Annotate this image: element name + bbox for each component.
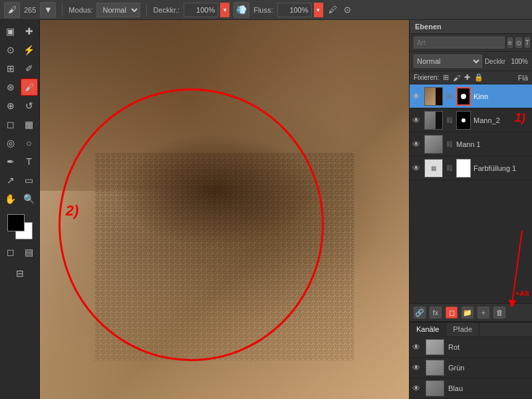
move-tool[interactable]: ✚ — [21, 23, 38, 40]
tool-row-5: ⊕ ↺ — [2, 97, 38, 114]
opacity-label: Deckkr — [485, 58, 505, 65]
layer-chain-farbfuellung: ⛓ — [446, 164, 453, 172]
layer-visibility-mann2[interactable]: 👁 — [412, 116, 422, 125]
channel-name-gruen: Grün — [448, 364, 464, 372]
fix-brush-icon[interactable]: 🖌 — [453, 74, 460, 82]
layer-visibility-mann1[interactable]: 👁 — [412, 140, 422, 149]
flaeche-label: Flä — [518, 74, 528, 82]
fluss-dropdown-btn[interactable]: ▾ — [314, 3, 323, 17]
crop-tool[interactable]: ⊞ — [2, 60, 19, 77]
blend-mode-select[interactable]: Normal — [414, 55, 482, 68]
screen-mode-btn[interactable]: ⊟ — [11, 265, 29, 282]
airbrush-icon[interactable]: 💨 — [233, 2, 249, 18]
channel-item-rot[interactable]: 👁 Rot — [410, 337, 532, 358]
blur-tool[interactable]: ◎ — [2, 134, 19, 152]
blend-mode-row: Normal Deckkr 100% — [410, 52, 532, 71]
channel-visibility-blau[interactable]: 👁 — [412, 384, 422, 393]
canvas-area[interactable]: 2) — [40, 20, 409, 399]
paths-tab[interactable]: Pfade — [446, 323, 479, 336]
channel-item-gruen[interactable]: 👁 Grün — [410, 358, 532, 378]
dodge-tool[interactable]: ○ — [21, 134, 38, 152]
tool-row-6: ◻ ▦ — [2, 116, 38, 133]
fluss-input[interactable] — [277, 3, 312, 17]
layers-panel-title: Ebenen — [415, 23, 442, 31]
delete-layer-btn[interactable]: 🗑 — [493, 307, 505, 319]
modus-select[interactable]: Normal — [96, 3, 140, 17]
path-selection-tool[interactable]: ↗ — [2, 172, 19, 189]
channels-section: Kanäle Pfade 👁 Rot 👁 Grün 👁 Blau — [410, 321, 532, 399]
quickmask-mode-btn[interactable]: ▤ — [21, 243, 38, 261]
zoom-tool[interactable]: 🔍 — [21, 190, 38, 207]
eyedropper-tool[interactable]: ✐ — [21, 60, 38, 77]
mask-mode-row: ◻ ▤ — [2, 243, 38, 261]
add-mask-btn[interactable]: ◻ — [446, 307, 458, 319]
layer-item-mann1[interactable]: 👁 ⛓ Mann 1 — [410, 132, 532, 156]
type-tool[interactable]: T — [21, 153, 38, 170]
layer-visibility-farbfuellung[interactable]: 👁 — [412, 164, 422, 173]
layers-type-icon[interactable]: T — [525, 37, 530, 48]
standard-mode-btn[interactable]: ◻ — [2, 243, 19, 261]
layers-panel-header: Ebenen — [410, 20, 532, 34]
layers-search-input[interactable] — [414, 37, 505, 49]
deckkr-group: ▾ — [184, 3, 229, 17]
layer-item-farbfuellung[interactable]: 👁 ▦ ⛓ Farbfüllung 1 — [410, 156, 532, 180]
shape-tool[interactable]: ▭ — [21, 172, 38, 189]
layer-name-mann2: Mann_2 — [473, 116, 529, 124]
layers-filter-icon[interactable]: ≡ — [507, 37, 513, 48]
fix-lock-icon[interactable]: 🔒 — [474, 73, 483, 82]
layer-chain-kinn: ⛓ — [446, 92, 453, 100]
layer-visibility-kinn[interactable]: 👁 — [412, 92, 422, 101]
channel-thumb-gruen — [426, 360, 444, 376]
new-layer-btn[interactable]: + — [477, 307, 489, 319]
layer-thumb-farbfuellung: ▦ — [424, 159, 443, 178]
brush-tool-icon[interactable]: 🖌 — [4, 2, 20, 18]
sep1 — [62, 3, 63, 17]
layer-mask-farbfuellung — [456, 159, 471, 178]
deckkr-dropdown-btn[interactable]: ▾ — [220, 3, 229, 17]
channels-tab[interactable]: Kanäle — [410, 323, 446, 337]
fluss-label: Fluss: — [253, 6, 273, 14]
left-tools-panel: ▣ ✚ ⊙ ⚡ ⊞ ✐ ⊛ 🖌 ⊕ ↺ ◻ ▦ ◎ ○ ✒ T — [0, 20, 40, 399]
modus-label: Modus: — [68, 6, 92, 14]
hand-tool[interactable]: ✋ — [2, 190, 19, 207]
brush-tool-btn[interactable]: 🖌 — [21, 78, 38, 96]
channel-name-blau: Blau — [448, 384, 463, 392]
eraser-tool[interactable]: ◻ — [2, 116, 19, 133]
layer-thumb-kinn — [424, 87, 443, 106]
link-layers-btn[interactable]: 🔗 — [414, 307, 426, 319]
pen-tool[interactable]: ✒ — [2, 153, 19, 170]
channel-visibility-rot[interactable]: 👁 — [412, 342, 422, 352]
new-group-btn[interactable]: 📁 — [462, 307, 473, 319]
lasso-tool[interactable]: ⊙ — [2, 41, 19, 59]
layers-search-row: ≡ ⊙ T ✕ — [410, 34, 532, 52]
selection-tool[interactable]: ▣ — [2, 23, 19, 40]
tool-row-10: ✋ 🔍 — [2, 190, 38, 207]
stylus-pressure-icon[interactable]: 🖊 — [329, 5, 337, 15]
color-swatch-area[interactable] — [7, 214, 33, 239]
fix-position-icon[interactable]: ⊞ — [443, 73, 449, 82]
channel-item-blau[interactable]: 👁 Blau — [410, 378, 532, 399]
layer-chain-mann1: ⛓ — [446, 140, 453, 148]
fx-btn[interactable]: fx — [430, 307, 442, 319]
layers-options-icon[interactable]: ⊙ — [515, 37, 522, 48]
clone-stamp-tool[interactable]: ⊕ — [2, 97, 19, 114]
channel-thumb-rot — [426, 339, 444, 355]
layer-name-farbfuellung: Farbfüllung 1 — [473, 164, 529, 172]
foreground-color-swatch[interactable] — [7, 214, 25, 231]
channels-tab-row: Kanäle Pfade — [410, 323, 532, 337]
fluss-group: ▾ — [277, 3, 323, 17]
tool-row-1: ▣ ✚ — [2, 23, 38, 40]
stylus-icon2[interactable]: ⊙ — [344, 5, 351, 15]
fixieren-row: Fixieren: ⊞ 🖌 ✚ 🔒 Flä — [410, 71, 532, 84]
layer-item-mann2[interactable]: 👁 ⛓ Mann_2 — [410, 108, 532, 132]
brush-preset-icon[interactable]: ▼ — [40, 2, 56, 18]
magic-wand-tool[interactable]: ⚡ — [21, 41, 38, 59]
layer-name-kinn: Kinn — [473, 92, 529, 100]
deckkr-input[interactable] — [184, 3, 218, 17]
history-brush-tool[interactable]: ↺ — [21, 97, 38, 114]
layer-item-kinn[interactable]: 👁 ⛓ Kinn — [410, 84, 532, 108]
fix-transform-icon[interactable]: ✚ — [464, 73, 470, 82]
gradient-tool[interactable]: ▦ — [21, 116, 38, 133]
healing-brush-tool[interactable]: ⊛ — [2, 78, 19, 96]
channel-visibility-gruen[interactable]: 👁 — [412, 363, 422, 372]
